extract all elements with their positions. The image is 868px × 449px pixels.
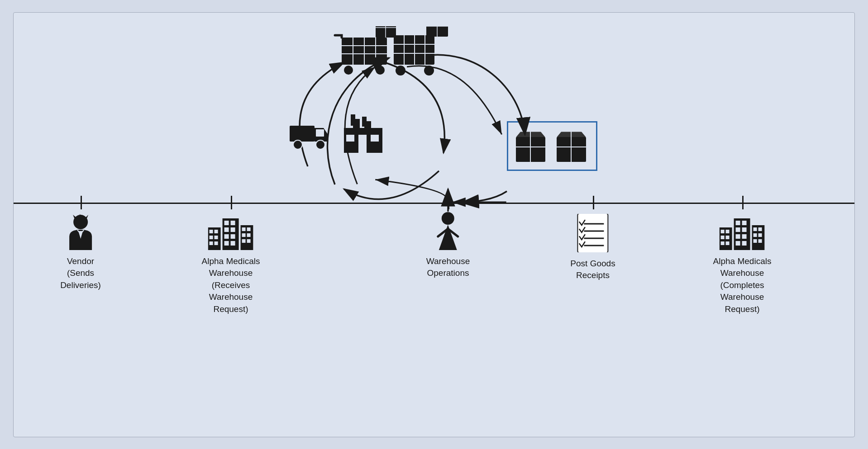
svg-point-95 [396, 66, 405, 76]
diagram-container: Vendor(SendsDeliveries) [13, 12, 855, 437]
vendor-label: Vendor(SendsDeliveries) [60, 255, 101, 292]
svg-rect-23 [358, 135, 367, 142]
svg-point-58 [442, 212, 454, 225]
svg-rect-49 [224, 241, 229, 246]
svg-point-7 [344, 66, 353, 75]
person-icon [434, 212, 462, 250]
warehouse-ops-label: WarehouseOperations [426, 255, 470, 279]
factory-icon [335, 112, 385, 153]
svg-rect-22 [346, 135, 354, 142]
svg-rect-43 [224, 221, 229, 225]
svg-rect-69 [726, 236, 730, 239]
svg-rect-75 [736, 227, 740, 232]
svg-rect-74 [742, 221, 747, 225]
svg-rect-77 [736, 234, 740, 239]
vendor-node: Vendor(SendsDeliveries) [60, 214, 101, 292]
svg-rect-54 [242, 233, 246, 237]
svg-rect-71 [726, 241, 730, 245]
svg-rect-13 [290, 126, 315, 142]
svg-rect-83 [758, 227, 762, 231]
svg-point-8 [376, 66, 385, 75]
svg-rect-37 [215, 230, 218, 233]
svg-rect-44 [231, 221, 235, 225]
svg-rect-41 [215, 241, 218, 245]
factory-truck-group [290, 112, 385, 153]
cart-with-box [389, 26, 448, 80]
buildings-icon-1 [208, 214, 253, 250]
svg-rect-46 [231, 227, 235, 232]
svg-rect-86 [754, 239, 757, 243]
svg-rect-78 [742, 234, 747, 239]
svg-rect-57 [247, 239, 251, 243]
svg-rect-70 [721, 241, 725, 245]
svg-rect-56 [242, 239, 246, 243]
alpha-receives-node: Alpha MedicalsWarehouse(ReceivesWarehous… [202, 214, 260, 316]
svg-rect-45 [224, 227, 229, 232]
tick-4 [593, 196, 594, 209]
tick-5 [742, 196, 744, 209]
svg-rect-25 [358, 142, 367, 153]
warehouse-ops-node: WarehouseOperations [426, 212, 470, 279]
svg-rect-87 [758, 239, 762, 243]
svg-rect-79 [736, 241, 740, 246]
buildings-icon-2 [720, 214, 765, 250]
svg-rect-53 [247, 227, 251, 231]
svg-rect-73 [736, 221, 740, 225]
post-goods-label: Post GoodsReceipts [570, 258, 615, 282]
svg-rect-55 [247, 233, 251, 237]
svg-rect-67 [726, 230, 730, 233]
alpha-receives-label: Alpha MedicalsWarehouse(ReceivesWarehous… [202, 255, 260, 316]
post-goods-node: Post GoodsReceipts [570, 214, 615, 282]
svg-rect-14 [316, 129, 324, 137]
box-icon-2 [554, 128, 591, 164]
svg-rect-66 [721, 230, 725, 233]
svg-rect-40 [210, 241, 213, 245]
svg-rect-80 [742, 241, 747, 246]
svg-rect-36 [210, 230, 213, 233]
svg-rect-52 [242, 227, 246, 231]
svg-rect-39 [215, 236, 218, 239]
svg-point-15 [293, 140, 302, 149]
svg-rect-82 [754, 227, 757, 231]
svg-point-96 [424, 66, 434, 76]
svg-rect-24 [371, 135, 379, 142]
tick-2 [231, 196, 232, 209]
svg-rect-85 [758, 233, 762, 237]
svg-rect-21 [362, 117, 367, 127]
checklist-icon [576, 214, 610, 252]
svg-rect-48 [231, 234, 235, 239]
svg-rect-20 [351, 114, 355, 126]
vendor-icon [65, 214, 96, 250]
shopping-cart-icon [389, 26, 448, 80]
svg-rect-68 [721, 236, 725, 239]
svg-rect-50 [231, 241, 235, 246]
box-group [507, 121, 597, 171]
alpha-completes-node: Alpha MedicalsWarehouse(CompletesWarehou… [713, 214, 772, 316]
tick-1 [81, 196, 82, 209]
box-icon-1 [514, 128, 550, 164]
svg-rect-38 [210, 236, 213, 239]
truck-icon [290, 117, 330, 153]
svg-point-16 [316, 140, 325, 149]
alpha-completes-label: Alpha MedicalsWarehouse(CompletesWarehou… [713, 255, 772, 316]
svg-rect-84 [754, 233, 757, 237]
svg-rect-76 [742, 227, 747, 232]
svg-rect-47 [224, 234, 229, 239]
